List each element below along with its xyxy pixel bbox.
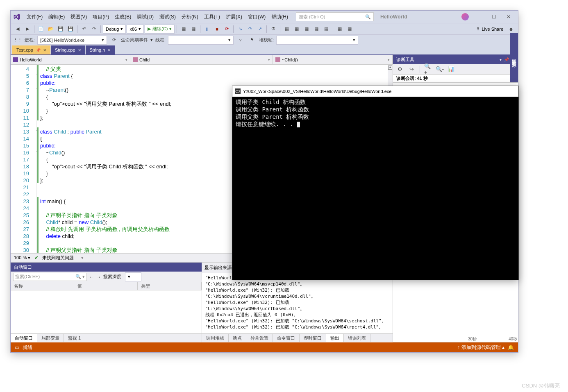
menu-item[interactable]: 项目(P) (90, 12, 112, 21)
close-button[interactable]: ✕ (502, 12, 516, 22)
flag-icon[interactable]: ⚑ (248, 36, 257, 45)
gear-icon[interactable]: ⚙ (395, 65, 404, 74)
zoom-in-icon[interactable]: 🔍+ (424, 65, 433, 74)
menu-item[interactable]: 调试(D) (134, 12, 157, 21)
solution-explorer-tab[interactable]: 解决方案资源 (510, 33, 518, 82)
class-icon (133, 57, 138, 62)
nav-left-icon[interactable]: ← (89, 274, 94, 279)
menu-item[interactable]: 扩展(X) (223, 12, 245, 21)
new-icon[interactable]: 📄 (36, 25, 45, 34)
panel-tab[interactable]: 监视 1 (64, 334, 85, 342)
pin-icon[interactable]: 📌 (36, 48, 41, 52)
depth-combo[interactable]: ▾ (125, 272, 141, 281)
zoom-combo[interactable]: 100 % ▾ (14, 255, 30, 261)
tool-icon[interactable]: ▦ (345, 25, 354, 34)
tool-icon[interactable]: ▦ (335, 25, 344, 34)
pin-icon[interactable]: 📌 (504, 57, 509, 62)
account-icon[interactable] (461, 13, 469, 20)
panel-tab[interactable]: 错误列表 (344, 334, 370, 342)
lifecycle-label: 生命周期事件 (121, 37, 148, 43)
menu-item[interactable]: 测试(S) (157, 12, 179, 21)
step-over-icon[interactable]: ↷ (245, 25, 254, 34)
redo-icon[interactable]: ↷ (89, 25, 98, 34)
open-icon[interactable]: 📂 (46, 25, 55, 34)
platform-combo[interactable]: x86 ▾ (127, 25, 144, 34)
doc-tab[interactable]: Test.cpp📌✕ (12, 45, 50, 54)
nav-right-icon[interactable]: → (96, 274, 101, 279)
menu-item[interactable]: 文件(F) (24, 12, 45, 21)
class-combo[interactable]: Child▾ (130, 55, 273, 64)
search-box[interactable]: 搜索 (Ctrl+Q) 🔍 (296, 12, 374, 21)
grip-icon: ⋮⋮ (13, 37, 22, 43)
maximize-button[interactable]: ☐ (487, 12, 501, 22)
vs-window: 文件(F)编辑(E)视图(V)项目(P)生成(B)调试(D)测试(S)分析(N)… (10, 10, 518, 353)
panel-tab[interactable]: 自动窗口 (11, 334, 37, 342)
menu-item[interactable]: 窗口(W) (245, 12, 268, 21)
main-toolbar: ◀ ▶ 📄 📂 💾 💾 ↶ ↷ Debug ▾ x86 ▾ ▶ 继续(C) ▾ … (11, 23, 518, 34)
undo-icon[interactable]: ↶ (80, 25, 89, 34)
zoom-out-icon[interactable]: 🔍- (435, 65, 444, 74)
live-share[interactable]: ⇪Live Share (474, 26, 506, 32)
close-icon[interactable]: ✕ (43, 48, 46, 52)
close-icon[interactable]: ✕ (107, 48, 111, 52)
output-text[interactable]: "HelloWorld.exe" (Win32): 已加载 "C:\Window… (202, 273, 393, 333)
process-combo[interactable]: [5828] HelloWorld.exe▾ (37, 36, 107, 45)
save-icon[interactable]: 💾 (56, 25, 65, 34)
scm-button[interactable]: ↑ 添加到源代码管理 ▴ (457, 344, 504, 351)
scope-combo[interactable]: HelloWorld▾ (11, 55, 130, 64)
titlebar: 文件(F)编辑(E)视图(V)项目(P)生成(B)调试(D)测试(S)分析(N)… (11, 11, 518, 23)
save-all-icon[interactable]: 💾 (66, 25, 75, 34)
menu-item[interactable]: 视图(V) (68, 12, 90, 21)
nav-fwd-icon[interactable]: ▶ (23, 25, 32, 34)
autos-search[interactable]: 搜索(Ctrl+E)🔍 ▾ (13, 273, 87, 281)
depth-label: 搜索深度: (103, 274, 123, 280)
step-out-icon[interactable]: ↗ (255, 25, 264, 34)
filter-icon[interactable]: ▿ (236, 36, 245, 45)
lifecycle-icon[interactable]: ⟳ (109, 36, 118, 45)
member-combo[interactable]: ~Child()▾ (273, 55, 393, 64)
reset-zoom-icon[interactable]: 📊 (447, 65, 456, 74)
export-icon[interactable]: ↪ (407, 65, 416, 74)
stop-icon[interactable]: ■ (212, 25, 221, 34)
tool-icon[interactable]: ▦ (292, 25, 301, 34)
config-combo[interactable]: Debug ▾ (103, 25, 126, 34)
panel-tab[interactable]: 异常设置 (246, 334, 273, 342)
menu-item[interactable]: 编辑(E) (45, 12, 68, 21)
pause-icon[interactable]: ⏸ (202, 25, 211, 34)
tool-icon[interactable]: ▦ (322, 25, 331, 34)
tool-icon[interactable]: ▦ (282, 25, 291, 34)
menu-item[interactable]: 生成(B) (112, 12, 134, 21)
watermark: CSDN @韩曙亮 (522, 382, 560, 390)
nav-back-icon[interactable]: ◀ (13, 25, 22, 34)
panel-tab[interactable]: 命令窗口 (273, 334, 300, 342)
dropdown-icon[interactable]: ▾ (500, 57, 502, 62)
tool-icon[interactable]: ▦ (189, 25, 198, 34)
continue-button[interactable]: ▶ 继续(C) ▾ (145, 25, 175, 34)
doc-tab[interactable]: String.cpp✕ (51, 45, 85, 54)
notifications-icon[interactable]: 🔔 (508, 344, 514, 350)
menu-item[interactable]: 工具(T) (201, 12, 223, 21)
close-icon[interactable]: ✕ (78, 48, 81, 52)
debug-location-toolbar: ⋮⋮ 进程: [5828] HelloWorld.exe▾ ⟳ 生命周期事件 ▾… (11, 34, 518, 45)
step-into-icon[interactable]: ↘ (236, 25, 245, 34)
stackframe-combo[interactable]: ▾ (276, 36, 358, 45)
thread-combo[interactable]: ▾ (168, 36, 234, 45)
panel-tab[interactable]: 局部变量 (37, 334, 64, 342)
panel-tab[interactable]: 输出 (326, 334, 344, 342)
panel-tab[interactable]: 断点 (229, 334, 246, 342)
panel-tab[interactable]: 调用堆栈 (202, 334, 229, 342)
tool-icon[interactable]: ▦ (312, 25, 321, 34)
tool-icon[interactable]: ▦ (179, 25, 188, 34)
menu-item[interactable]: 分析(N) (179, 12, 201, 21)
doc-tab[interactable]: String.h✕ (86, 45, 115, 54)
tool-icon[interactable]: ⚗ (269, 25, 278, 34)
chevron-icon[interactable]: ▾ (81, 255, 84, 261)
panel-tab[interactable]: 即时窗口 (300, 334, 326, 342)
restart-icon[interactable]: ⟳ (222, 25, 231, 34)
tool-icon[interactable]: ▦ (302, 25, 311, 34)
console-window[interactable]: C:\ Y:\002_WorkSpace\002_VS\HelloWorld\H… (232, 86, 519, 280)
autos-title: 自动窗口 (11, 263, 202, 272)
minimize-button[interactable]: — (472, 12, 486, 22)
feedback-icon[interactable]: ☻ (507, 25, 516, 34)
menu-item[interactable]: 帮助(H) (268, 12, 291, 21)
